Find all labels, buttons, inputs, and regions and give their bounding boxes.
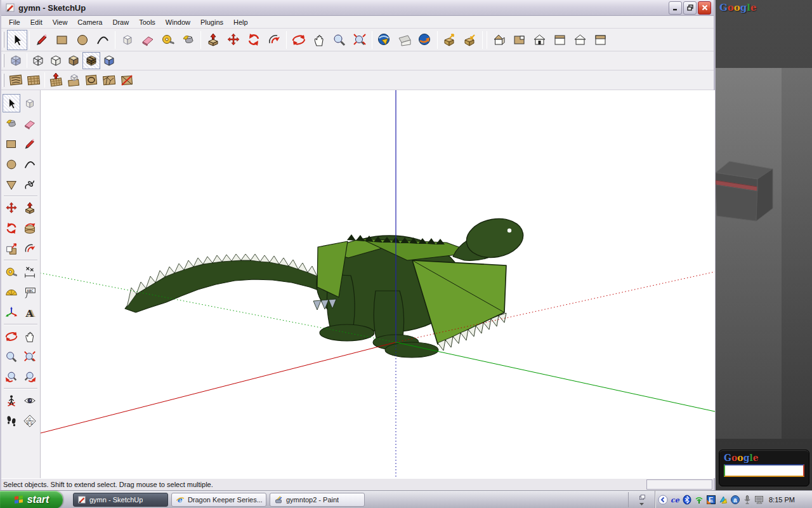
toolbar-grip[interactable] [3, 74, 4, 87]
component-preview-thumbnail[interactable] [716, 152, 779, 222]
back-view-button[interactable] [570, 30, 591, 50]
wireless-network-tray-icon[interactable] [694, 495, 704, 505]
palette-arc-button[interactable] [21, 155, 39, 173]
rectangle-tool-button[interactable] [52, 30, 72, 50]
palette-circle-button[interactable] [3, 155, 20, 173]
pan-tool-button[interactable] [309, 30, 329, 50]
palette-text-button[interactable] [21, 283, 39, 302]
menu-file[interactable]: File [4, 17, 25, 27]
toolbar-grip[interactable] [3, 54, 4, 67]
palette-zoom-button[interactable] [3, 347, 20, 366]
flip-edge-button[interactable] [118, 72, 136, 89]
select-tool-button[interactable] [7, 30, 27, 50]
paint-bird-tray-icon[interactable] [718, 495, 728, 505]
x-ray-button[interactable] [7, 52, 25, 69]
sidebar-panel[interactable] [716, 68, 782, 439]
menu-help[interactable]: Help [228, 17, 253, 27]
ce-tray-icon[interactable] [670, 495, 680, 505]
line-tool-button[interactable] [32, 30, 52, 50]
palette-rectangle-button[interactable] [3, 135, 20, 153]
smoove-button[interactable] [47, 72, 65, 89]
palette-orbit-button[interactable] [3, 327, 20, 345]
palette-dimension-button[interactable] [21, 263, 39, 281]
palette-pan-button[interactable] [21, 327, 39, 345]
bluetooth-tray-icon[interactable] [682, 495, 692, 505]
eraser-tool-button[interactable] [138, 30, 158, 50]
microphone-tray-icon[interactable] [742, 495, 752, 505]
right-view-button[interactable] [550, 30, 570, 50]
wireframe-button[interactable] [29, 52, 47, 69]
palette-rotate-button[interactable] [3, 219, 20, 237]
taskbar-button-internet-explorer[interactable]: Dragon Keeper Series... [171, 493, 266, 507]
palette-select-button[interactable] [3, 94, 20, 112]
minimize-button[interactable] [669, 1, 682, 15]
toggle-terrain-button[interactable] [415, 30, 435, 50]
palette-line-button[interactable] [21, 135, 39, 153]
display-tray-icon[interactable] [754, 495, 764, 505]
rotate-tool-button[interactable] [244, 30, 264, 50]
top-view-button[interactable] [509, 30, 530, 50]
a-globe-tray-icon[interactable] [730, 495, 740, 505]
palette-position-camera-button[interactable] [3, 391, 20, 410]
shaded-with-textures-button[interactable] [82, 52, 100, 69]
menu-plugins[interactable]: Plugins [195, 17, 228, 27]
palette-move-button[interactable] [3, 199, 20, 217]
circle-tool-button[interactable] [72, 30, 93, 50]
push-pull-tool-button[interactable] [203, 30, 223, 50]
menu-draw[interactable]: Draw [107, 17, 134, 27]
get-models-button[interactable] [440, 30, 460, 50]
palette-zoom-extents-button[interactable] [21, 347, 39, 366]
palette-look-around-button[interactable] [21, 391, 39, 410]
start-button[interactable]: start [0, 491, 63, 508]
tape-measure-tool-button[interactable] [158, 30, 178, 50]
modeling-viewport[interactable] [41, 90, 715, 478]
palette-freehand-button[interactable] [21, 175, 39, 194]
from-scratch-button[interactable] [25, 72, 43, 89]
palette-push-pull-button[interactable] [21, 199, 39, 217]
palette-eraser-button[interactable] [21, 114, 39, 133]
menu-view[interactable]: View [48, 17, 73, 27]
zoom-tool-button[interactable] [329, 30, 350, 50]
offset-tool-button[interactable] [264, 30, 284, 50]
stamp-button[interactable] [65, 72, 82, 89]
shaded-button[interactable] [65, 52, 82, 69]
palette-paint-bucket-button[interactable] [3, 114, 20, 133]
restore-button[interactable] [683, 1, 697, 15]
make-component-button[interactable] [117, 30, 138, 50]
taskbar-button-sketchup[interactable]: gymn - SketchUp [73, 493, 168, 507]
share-models-button[interactable] [460, 30, 480, 50]
palette-section-plane-button[interactable] [21, 411, 39, 430]
title-bar[interactable]: gymn - SketchUp [1, 0, 714, 16]
collapsed-toolbar[interactable] [628, 492, 655, 507]
photo-match-button[interactable] [395, 30, 415, 50]
orbit-tool-button[interactable] [289, 30, 309, 50]
arc-tool-button[interactable] [93, 30, 113, 50]
iso-view-button[interactable] [489, 30, 509, 50]
palette-tape-measure-button[interactable] [3, 263, 20, 281]
palette-make-component-button[interactable] [21, 94, 39, 112]
drape-button[interactable] [82, 72, 100, 89]
left-view-button[interactable] [591, 30, 611, 50]
palette-follow-me-button[interactable] [21, 219, 39, 237]
palette-previous-button[interactable] [3, 368, 20, 386]
close-button[interactable] [698, 1, 711, 15]
palette-scale-button[interactable] [3, 239, 20, 258]
move-tool-button[interactable] [223, 30, 244, 50]
taskbar-clock[interactable]: 8:15 PM [769, 496, 795, 504]
add-location-button[interactable] [374, 30, 395, 50]
menu-edit[interactable]: Edit [25, 17, 48, 27]
monochrome-button[interactable] [100, 52, 118, 69]
from-contours-button[interactable] [7, 72, 25, 89]
paint-bucket-tool-button[interactable] [178, 30, 199, 50]
palette-next-button[interactable] [21, 368, 39, 386]
hidden-line-button[interactable] [47, 52, 65, 69]
google-search-input[interactable] [724, 464, 804, 477]
menu-camera[interactable]: Camera [72, 17, 107, 27]
menu-tools[interactable]: Tools [134, 17, 160, 27]
zoom-extents-button[interactable] [350, 30, 370, 50]
palette-walk-button[interactable] [3, 411, 20, 430]
add-detail-button[interactable] [100, 72, 118, 89]
measurements-box[interactable] [646, 479, 712, 490]
e-shield-tray-icon[interactable] [706, 495, 716, 505]
palette-polygon-button[interactable] [3, 175, 20, 194]
